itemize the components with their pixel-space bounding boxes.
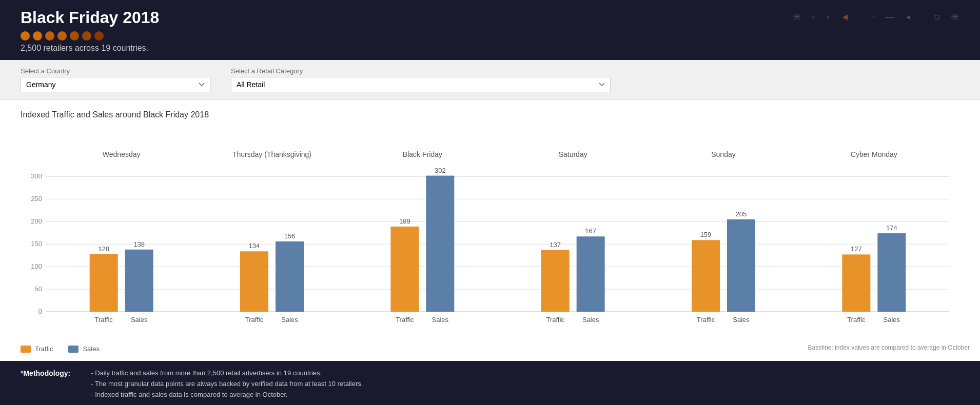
methodology-label: *Methodology: [21,369,70,377]
svg-text:Traffic: Traffic [94,316,113,323]
svg-text:Sales: Sales [281,316,298,323]
header-dot [21,31,30,40]
svg-text:100: 100 [31,262,42,270]
main-content: Indexed Traffic and Sales around Black F… [0,100,980,361]
svg-text:189: 189 [399,217,410,225]
svg-text:302: 302 [435,167,446,174]
chart-legend: Traffic Sales [0,345,100,353]
svg-rect-15 [90,254,118,312]
svg-rect-29 [390,227,419,312]
methodology-line-1: - Daily traffic and sales from more than… [91,368,363,379]
header-dot [33,31,42,40]
footer: *Methodology: - Daily traffic and sales … [0,361,980,405]
line-icon: — [885,12,894,23]
svg-text:Sales: Sales [131,316,148,323]
category-selector-group: Select a Retail Category All RetailElect… [231,67,611,92]
svg-rect-46 [727,219,755,312]
svg-text:Wednesday: Wednesday [103,150,141,158]
svg-text:138: 138 [133,240,145,248]
svg-text:174: 174 [886,224,897,232]
svg-text:Thursday (Thanksgiving): Thursday (Thanksgiving) [232,150,311,158]
svg-rect-22 [240,251,268,312]
svg-rect-50 [842,254,870,312]
circle2-icon: ○ [934,10,940,24]
sales-legend-label: Sales [83,345,100,353]
svg-text:Traffic: Traffic [697,316,715,323]
svg-text:Sales: Sales [733,316,750,323]
svg-text:Sales: Sales [582,316,599,323]
svg-text:Traffic: Traffic [245,316,264,323]
methodology-text: - Daily traffic and sales from more than… [91,368,363,400]
svg-text:137: 137 [550,241,561,249]
svg-rect-18 [125,250,153,312]
svg-text:300: 300 [31,172,42,180]
traffic-legend-label: Traffic [35,345,53,353]
circle-icon: ○ [812,13,816,21]
sales-legend-box [68,346,79,353]
header-decorative-icons: ✳ ○ ✦ ◄ · · — ◄ · ○ ✳ [793,10,959,24]
svg-text:Traffic: Traffic [546,316,564,323]
svg-text:167: 167 [585,227,596,235]
asterisk2-icon: ✳ [951,11,959,23]
country-label: Select a Country [21,67,210,75]
svg-text:Sales: Sales [432,316,449,323]
dot-icon: ✦ [826,14,830,20]
svg-text:250: 250 [31,195,42,202]
header: Black Friday 2018 2,500 retailers across… [0,0,980,60]
chart-svg: 050100150200250300128Traffic138SalesWedn… [21,135,959,330]
svg-rect-43 [692,240,720,312]
traffic-legend-box [21,346,31,353]
svg-text:Saturday: Saturday [559,150,587,158]
svg-text:Traffic: Traffic [396,316,414,323]
country-selector-group: Select a Country GermanyFranceUnited Sta… [21,67,210,92]
dash2-icon: · [873,12,875,22]
dot2-icon: · [922,14,924,20]
svg-text:Traffic: Traffic [847,316,866,323]
svg-text:134: 134 [249,242,260,250]
svg-text:128: 128 [98,245,109,253]
chart-title: Indexed Traffic and Sales around Black F… [21,110,959,119]
svg-rect-39 [577,236,605,312]
legend-traffic: Traffic [21,345,53,353]
svg-text:Sales: Sales [884,316,900,323]
chart-area: Indexed Traffic and Sales around Black F… [0,100,980,337]
header-dot [45,31,54,40]
svg-text:127: 127 [851,245,862,253]
baseline-note: Baseline: index values are compared to a… [808,344,975,351]
svg-rect-36 [541,250,570,312]
methodology-line-3: - Indexed traffic and sales data is comp… [91,390,363,400]
svg-text:0: 0 [38,308,42,315]
header-dot [57,31,67,40]
controls-bar: Select a Country GermanyFranceUnited Sta… [0,60,980,100]
asterisk-icon: ✳ [793,11,801,23]
header-dot [70,31,79,40]
svg-text:Sunday: Sunday [711,150,735,158]
chart-container: 050100150200250300128Traffic138SalesWedn… [21,135,959,332]
triangle2-icon: ◄ [905,13,912,21]
svg-text:Cyber Monday: Cyber Monday [851,150,897,158]
header-dot [94,31,104,40]
svg-text:205: 205 [736,210,747,218]
legend-baseline-row: Traffic Sales Baseline: index values are… [0,337,980,356]
svg-text:50: 50 [35,285,42,293]
svg-text:200: 200 [31,217,42,225]
svg-text:156: 156 [284,232,296,240]
svg-text:Black Friday: Black Friday [403,150,442,158]
svg-text:159: 159 [700,231,712,238]
svg-rect-32 [426,176,454,312]
triangle-icon: ◄ [840,12,850,23]
header-dot [82,31,91,40]
category-select[interactable]: All RetailElectronicsFashionSportsHome &… [231,77,611,92]
legend-sales: Sales [68,345,100,353]
methodology-line-2: - The most granular data points are alwa… [91,379,363,390]
svg-rect-25 [276,241,304,312]
category-label: Select a Retail Category [231,67,611,75]
country-select[interactable]: GermanyFranceUnited StatesUnited Kingdom… [21,77,210,92]
svg-text:150: 150 [31,240,42,248]
svg-rect-53 [877,233,906,312]
dash-icon: · [860,12,862,22]
header-subtitle: 2,500 retailers across 19 countries. [21,44,959,53]
header-dots [21,31,959,40]
